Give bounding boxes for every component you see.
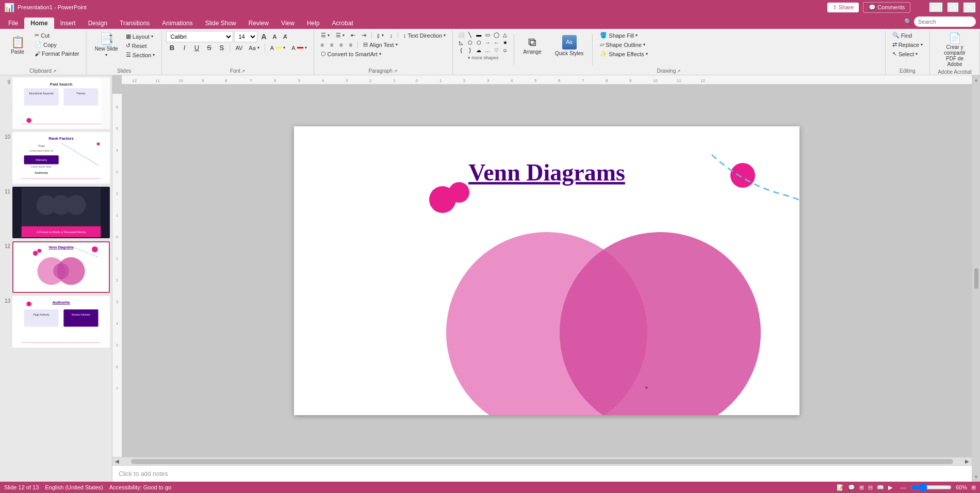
italic-button[interactable]: I [178,43,190,53]
tab-transitions[interactable]: Transitions [113,18,156,29]
shape-smiley[interactable]: ☺ [501,46,509,54]
font-dialog-icon[interactable]: ↗ [241,69,246,74]
notes-area[interactable]: Click to add notes [112,465,972,482]
shape-outline-button[interactable]: ▱ Shape Outline [597,40,650,49]
scroll-up-button[interactable]: ▲ [974,75,978,83]
tab-review[interactable]: Review [242,18,275,29]
minimize-button[interactable]: — [929,2,943,12]
shape-hexagon[interactable]: ⬡ [475,39,483,46]
tab-design[interactable]: Design [82,18,113,29]
layout-button[interactable]: ▦ Layout [123,32,158,41]
shape-arrow-r[interactable]: → [483,39,492,46]
align-center-button[interactable]: ≡ [328,41,336,49]
tab-slideshow[interactable]: Slide Show [199,18,242,29]
shape-fill-button[interactable]: 🪣 Shape Fill [597,31,650,40]
scroll-right-button[interactable]: ▶ [963,458,971,464]
list-item[interactable]: 13 Authority Page Authority Domain Autho… [2,296,110,348]
slide-thumb-11[interactable]: A Picture is Worth a Thousand Words [12,187,110,238]
paste-button[interactable]: 📋 Paste [4,31,31,60]
font-shrink-button[interactable]: A [270,32,280,41]
shadow-button[interactable]: S [216,43,227,53]
slide-thumb-12[interactable]: Venn Diagrams [12,241,110,293]
list-item[interactable]: 11 A Picture is Worth a Thousand Words [2,187,110,238]
slideshow-button[interactable]: ▶ [888,484,892,491]
maximize-button[interactable]: □ [947,2,959,12]
font-case-button[interactable]: Aa [246,44,262,52]
close-button[interactable]: ✕ [963,2,976,13]
reading-view-button[interactable]: 📖 [877,484,884,491]
normal-view-button[interactable]: ⊞ [859,484,864,491]
font-size-select[interactable]: 14 [234,31,257,42]
scroll-thumb-h[interactable] [131,459,953,464]
text-direction-button[interactable]: ↕ Text Direction [401,31,448,40]
find-button[interactable]: 🔍 Find [890,31,925,40]
list-item[interactable]: 12 Venn Diagrams [2,241,110,293]
decrease-indent-button[interactable]: ⇤ [348,31,358,40]
justify-button[interactable]: ≡ [347,41,355,49]
font-grow-button[interactable]: A [258,31,269,42]
shape-rounded-rect[interactable]: ▭ [483,31,492,38]
underline-button[interactable]: U [191,43,202,53]
copy-button[interactable]: 📄 Copy [32,40,82,49]
reset-button[interactable]: ↺ Reset [123,41,158,50]
slide-thumb-9[interactable]: Paid Search Educational Keywords Themes [12,77,110,129]
replace-button[interactable]: ⇄ Replace [890,40,925,49]
tab-insert[interactable]: Insert [54,18,82,29]
numbering-button[interactable]: ☰ [333,31,347,40]
scroll-down-button[interactable]: ▼ [974,474,978,482]
new-slide-button[interactable]: 📑 New Slide ▾ [91,31,122,60]
format-painter-button[interactable]: 🖌 Format Painter [32,50,82,58]
bold-button[interactable]: B [166,43,177,53]
slide-sorter-button[interactable]: ⊟ [868,484,873,491]
slide-thumb-13[interactable]: Authority Page Authority Domain Authorit… [12,296,110,348]
tab-view[interactable]: View [275,18,301,29]
comments-button[interactable]: 💬 Comments [863,2,910,13]
shape-cloud[interactable]: ☁ [475,46,483,54]
align-right-button[interactable]: ≡ [337,41,345,49]
search-input[interactable] [914,17,976,27]
convert-smartart-button[interactable]: ⬡ Convert to SmartArt [318,50,384,58]
columns-button[interactable]: ⫿ [374,31,386,40]
paragraph-dialog-icon[interactable]: ↗ [394,69,398,74]
section-button[interactable]: ☰ Section [123,51,158,59]
shape-star[interactable]: ★ [501,39,509,46]
strikethrough-button[interactable]: S [203,43,215,53]
share-button[interactable]: ⇧ Share [827,3,859,12]
shape-heart[interactable]: ♡ [492,46,500,54]
tab-animations[interactable]: Animations [156,18,199,29]
char-spacing-button[interactable]: AV [233,44,245,52]
increase-indent-button[interactable]: ⇥ [359,31,369,40]
tab-acrobat[interactable]: Acrobat [326,18,360,29]
notes-view-button[interactable]: 📝 [837,484,844,491]
scroll-left-button[interactable]: ◀ [113,458,121,464]
shape-brace-r[interactable]: } [466,46,474,54]
shape-effects-button[interactable]: ✨ Shape Effects [597,50,650,58]
font-color-button[interactable]: A [289,44,309,52]
cut-button[interactable]: ✂ Cut [32,31,82,40]
shape-line[interactable]: ╲ [466,31,474,38]
bullets-button[interactable]: ☰ [318,31,332,40]
slide-canvas[interactable]: Venn Diagrams [294,126,799,415]
shapes-dropdown[interactable]: ▾ more shapes [457,54,509,61]
tab-home[interactable]: Home [24,18,54,29]
clipboard-dialog-icon[interactable]: ↗ [53,69,57,74]
scroll-thumb-v[interactable] [974,268,978,289]
list-item[interactable]: 9 Paid Search Educational Keywords Theme… [2,77,110,129]
shape-arrow-l[interactable]: ← [492,39,500,46]
drawing-dialog-icon[interactable]: ↗ [677,69,681,74]
shape-rt-triangle[interactable]: ◺ [457,39,465,46]
comments-view-button[interactable]: 💬 [848,484,855,491]
align-left-button[interactable]: ≡ [318,41,326,49]
font-clear-button[interactable]: A̸ [281,32,290,41]
shape-brace-l[interactable]: { [457,46,465,54]
slide-thumb-10[interactable]: Rank Factors Trust Lorem ipsum dolor sit… [12,132,110,184]
align-text-button[interactable]: ⊟ Align Text [361,40,400,49]
shape-textbox[interactable]: ⬜ [457,31,465,38]
shape-circle[interactable]: ◯ [492,31,500,38]
zoom-slider[interactable] [910,483,952,491]
create-pdf-button[interactable]: 📄 Crear y compartir PDF de Adobe [934,31,975,69]
select-button[interactable]: ↖ Select [890,50,925,58]
shape-triangle[interactable]: △ [501,31,509,38]
fit-slide-button[interactable]: ⊞ [971,484,976,491]
shape-more[interactable]: … [483,46,492,54]
